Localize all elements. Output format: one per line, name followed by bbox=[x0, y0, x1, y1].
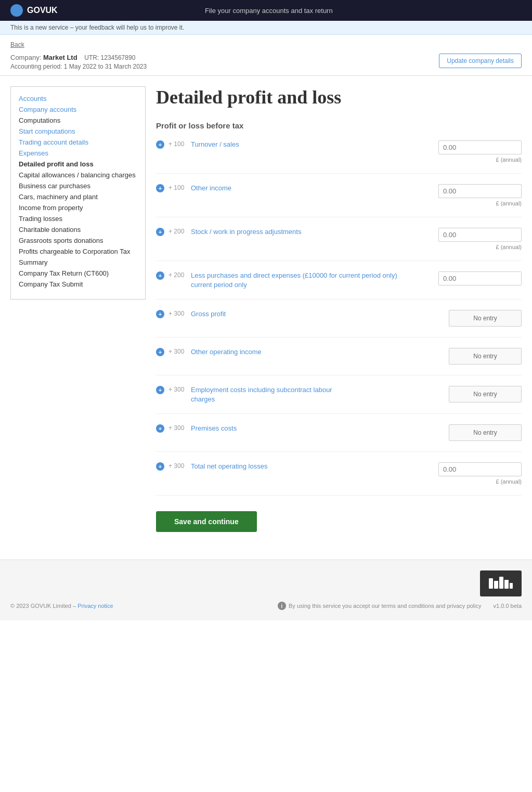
breadcrumb-back[interactable]: Back bbox=[10, 41, 24, 48]
update-company-button[interactable]: Update company details bbox=[439, 54, 522, 68]
form-row-row1: ++ 100Turnover / sales£ (annual) bbox=[156, 140, 522, 174]
row-label-row6[interactable]: Other operating income bbox=[191, 348, 262, 356]
row-input-row3[interactable] bbox=[438, 228, 522, 242]
sidebar-item-start-computations[interactable]: Start computations bbox=[19, 127, 137, 135]
row-input-label-row3: £ (annual) bbox=[496, 244, 522, 250]
form-row-label-row7: ++ 300Employment costs including subcont… bbox=[156, 386, 418, 403]
footer-logo-area bbox=[10, 570, 522, 596]
save-continue-button[interactable]: Save and continue bbox=[156, 511, 257, 532]
row-label-row2[interactable]: Other income bbox=[191, 184, 231, 192]
row-label-row9[interactable]: Total net operating losses bbox=[191, 462, 267, 470]
row-input-row2[interactable] bbox=[438, 184, 522, 198]
row-input-area-row1: £ (annual) bbox=[428, 140, 522, 163]
row-input-area-row2: £ (annual) bbox=[428, 184, 522, 206]
sidebar-item-summary: Summary bbox=[19, 258, 137, 266]
form-row-label-row3: ++ 200Stock / work in progress adjustmen… bbox=[156, 228, 418, 236]
info-bar: This is a new service – your feedback wi… bbox=[0, 21, 532, 35]
row-number-row6: + 300 bbox=[168, 348, 187, 355]
expand-icon-row3[interactable]: + bbox=[156, 228, 164, 236]
form-row-label-row5: ++ 300Gross profit bbox=[156, 310, 418, 318]
form-row-label-row9: ++ 300Total net operating losses bbox=[156, 462, 418, 471]
row-number-row8: + 300 bbox=[168, 424, 187, 432]
sidebar-item-cars-machinery: Cars, machinery and plant bbox=[19, 193, 137, 201]
form-row-row9: ++ 300Total net operating losses£ (annua… bbox=[156, 462, 522, 496]
row-number-row4: + 200 bbox=[168, 271, 187, 279]
company-label: Company: bbox=[10, 54, 43, 61]
form-row-row3: ++ 200Stock / work in progress adjustmen… bbox=[156, 228, 522, 261]
sidebar-item-accounts[interactable]: Accounts bbox=[19, 95, 137, 102]
sidebar-item-computations: Computations bbox=[19, 116, 137, 124]
form-row-row2: ++ 100Other income£ (annual) bbox=[156, 184, 522, 217]
expand-icon-row4[interactable]: + bbox=[156, 271, 164, 280]
row-input-area-row5: No entry bbox=[428, 310, 522, 327]
footer-terms: By using this service you accept our ter… bbox=[289, 603, 482, 609]
company-utr: UTR: 1234567890 bbox=[84, 54, 135, 61]
row-number-row2: + 100 bbox=[168, 184, 187, 191]
row-number-row3: + 200 bbox=[168, 228, 187, 235]
row-label-row5[interactable]: Gross profit bbox=[191, 310, 226, 318]
row-no-entry-button-row8[interactable]: No entry bbox=[449, 424, 522, 441]
main-layout: AccountsCompany accountsComputationsStar… bbox=[0, 76, 532, 544]
company-name: Market Ltd bbox=[43, 54, 77, 61]
row-no-entry-button-row5[interactable]: No entry bbox=[449, 310, 522, 327]
form-row-row7: ++ 300Employment costs including subcont… bbox=[156, 386, 522, 414]
row-input-row4[interactable] bbox=[438, 271, 522, 285]
row-label2-row7[interactable]: charges bbox=[191, 395, 332, 403]
svg-rect-1 bbox=[494, 581, 498, 589]
row-no-entry-button-row7[interactable]: No entry bbox=[449, 386, 522, 403]
form-row-label-row8: ++ 300Premises costs bbox=[156, 424, 418, 433]
footer-privacy-link[interactable]: Privacy notice bbox=[77, 603, 113, 609]
expand-icon-row9[interactable]: + bbox=[156, 462, 164, 471]
expand-icon-row6[interactable]: + bbox=[156, 348, 164, 356]
content-area: Detailed profit and loss Profit or loss … bbox=[156, 86, 522, 534]
company-details: Company: Market Ltd UTR: 1234567890 Acco… bbox=[10, 54, 147, 70]
sidebar-item-trading-losses: Trading losses bbox=[19, 215, 137, 223]
row-label-row3[interactable]: Stock / work in progress adjustments bbox=[191, 228, 301, 236]
logo: GOVUK bbox=[10, 4, 58, 17]
expand-icon-row5[interactable]: + bbox=[156, 310, 164, 318]
row-number-row7: + 300 bbox=[168, 386, 187, 393]
row-input-row1[interactable] bbox=[438, 140, 522, 154]
sidebar-item-expenses[interactable]: Expenses bbox=[19, 149, 137, 157]
row-label-row8[interactable]: Premises costs bbox=[191, 424, 237, 432]
row-no-entry-button-row6[interactable]: No entry bbox=[449, 348, 522, 365]
row-label-row7[interactable]: Employment costs including subcontract l… bbox=[191, 386, 332, 394]
save-button-area: Save and continue bbox=[156, 511, 522, 532]
sidebar-item-grassroots: Grassroots sports donations bbox=[19, 237, 137, 244]
row-input-label-row2: £ (annual) bbox=[496, 200, 522, 206]
sidebar-item-income-property: Income from property bbox=[19, 204, 137, 212]
row-number-row9: + 300 bbox=[168, 462, 187, 470]
row-input-area-row4 bbox=[428, 271, 522, 285]
svg-rect-2 bbox=[499, 577, 503, 589]
logo-text: GOVUK bbox=[27, 6, 58, 15]
svg-rect-4 bbox=[510, 583, 513, 589]
expand-icon-row7[interactable]: + bbox=[156, 386, 164, 394]
footer-bottom: © 2023 GOVUK Limited – Privacy notice i … bbox=[10, 602, 522, 610]
sidebar-item-business-car: Business car purchases bbox=[19, 182, 137, 190]
footer-copyright: © 2023 GOVUK Limited bbox=[10, 603, 71, 609]
form-row-row6: ++ 300Other operating incomeNo entry bbox=[156, 348, 522, 375]
sidebar-item-trading-account-details[interactable]: Trading account details bbox=[19, 138, 137, 146]
row-label-row4[interactable]: Less purchases and direct expenses (£100… bbox=[191, 271, 397, 279]
expand-icon-row8[interactable]: + bbox=[156, 424, 164, 433]
expand-icon-row1[interactable]: + bbox=[156, 140, 164, 149]
top-navigation: GOVUK File your company accounts and tax… bbox=[0, 0, 532, 21]
row-input-row9[interactable] bbox=[438, 462, 522, 476]
row-label-container-row7: Employment costs including subcontract l… bbox=[191, 386, 332, 403]
row-input-area-row8: No entry bbox=[428, 424, 522, 441]
form-row-row4: ++ 200Less purchases and direct expenses… bbox=[156, 271, 522, 300]
page-header-title: File your company accounts and tax retur… bbox=[205, 7, 333, 15]
row-number-row5: + 300 bbox=[168, 310, 187, 317]
row-label2-row4[interactable]: current period only bbox=[191, 281, 397, 289]
row-input-label-row9: £ (annual) bbox=[496, 478, 522, 485]
sidebar-item-detailed-profit-loss: Detailed profit and loss bbox=[19, 160, 137, 168]
row-label-row1[interactable]: Turnover / sales bbox=[191, 140, 239, 148]
expand-icon-row2[interactable]: + bbox=[156, 184, 164, 192]
form-row-label-row4: ++ 200Less purchases and direct expenses… bbox=[156, 271, 418, 289]
row-input-area-row9: £ (annual) bbox=[428, 462, 522, 485]
sidebar-item-company-accounts[interactable]: Company accounts bbox=[19, 106, 137, 113]
sidebar-item-charitable: Charitable donations bbox=[19, 226, 137, 233]
row-input-area-row7: No entry bbox=[428, 386, 522, 403]
form-row-label-row6: ++ 300Other operating income bbox=[156, 348, 418, 356]
row-input-label-row1: £ (annual) bbox=[496, 157, 522, 163]
